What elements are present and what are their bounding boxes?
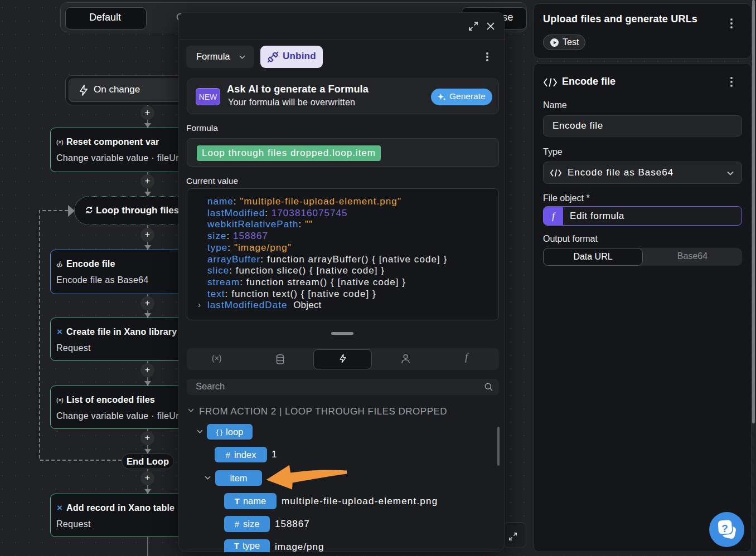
svg-text:?: ? [721,523,728,534]
